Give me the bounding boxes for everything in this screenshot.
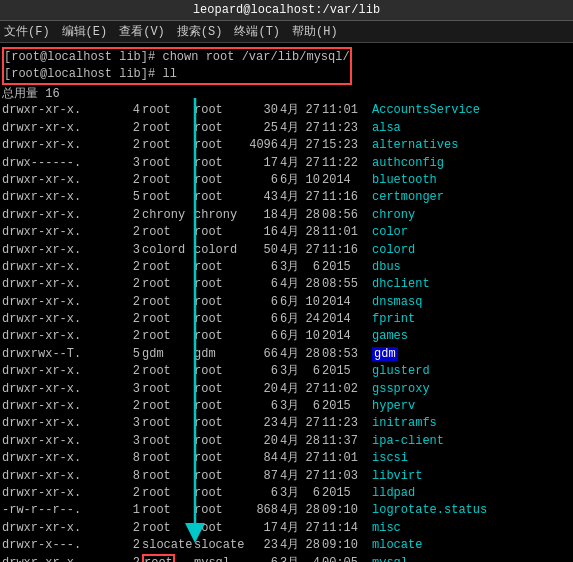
table-row: drwxr-xr-x. 2 chronychrony18 4月28 08:56 … [2,207,571,224]
col-links: 8 [120,450,140,467]
col-time: 2014 [322,311,370,328]
col-owner: root [142,155,192,172]
col-perms: drwxr-xr-x. [2,172,120,189]
col-day: 10 [302,172,320,189]
col-perms: drwxr-xr-x. [2,207,120,224]
col-perms: drwxr-xr-x. [2,259,120,276]
col-group: root [194,433,238,450]
col-size: 20 [240,433,278,450]
col-name: glusterd [372,363,430,380]
col-time: 2014 [322,294,370,311]
col-time: 11:01 [322,224,370,241]
terminal-body: [root@localhost lib]# chown root /var/li… [0,43,573,562]
col-time: 08:53 [322,346,370,363]
table-row: drwxr-xr-x. 3 rootroot23 4月27 11:23 init… [2,415,571,432]
col-perms: drwxr-xr-x. [2,137,120,154]
col-size: 6 [240,363,278,380]
col-time: 11:37 [322,433,370,450]
col-time: 09:10 [322,537,370,554]
col-links: 2 [120,485,140,502]
col-perms: drwxr-xr-x. [2,294,120,311]
col-time: 2015 [322,485,370,502]
col-perms: drwxr-xr-x. [2,555,120,562]
menu-item[interactable]: 搜索(S) [177,23,223,40]
col-perms: drwxr-xr-x. [2,102,120,119]
col-name: dhclient [372,276,430,293]
col-month: 4月 [280,433,300,450]
col-group: root [194,276,238,293]
col-month: 6月 [280,294,300,311]
table-row: drwxr-xr-x. 2 rootroot6 3月6 2015 hyperv [2,398,571,415]
col-month: 4月 [280,537,300,554]
col-time: 2014 [322,328,370,345]
col-month: 3月 [280,555,300,562]
col-day: 28 [302,502,320,519]
col-perms: drwxr-xr-x. [2,189,120,206]
col-month: 6月 [280,311,300,328]
col-size: 20 [240,381,278,398]
col-owner: root [142,120,192,137]
col-size: 23 [240,537,278,554]
col-group: root [194,189,238,206]
col-owner: slocate [142,537,192,554]
col-links: 5 [120,346,140,363]
menu-item[interactable]: 查看(V) [119,23,165,40]
menu-item[interactable]: 编辑(E) [62,23,108,40]
col-day: 27 [302,381,320,398]
col-time: 2015 [322,363,370,380]
col-month: 3月 [280,398,300,415]
col-group: chrony [194,207,238,224]
col-day: 10 [302,328,320,345]
col-time: 11:02 [322,381,370,398]
col-perms: drwxr-x---. [2,537,120,554]
col-perms: drwxr-xr-x. [2,224,120,241]
menu-item[interactable]: 帮助(H) [292,23,338,40]
col-name: colord [372,242,415,259]
col-day: 28 [302,346,320,363]
col-day: 28 [302,276,320,293]
col-day: 27 [302,120,320,137]
table-row: drwxr-xr-x. 2 rootroot16 4月28 11:01 colo… [2,224,571,241]
col-day: 27 [302,102,320,119]
col-perms: drwxrwx--T. [2,346,120,363]
col-links: 1 [120,502,140,519]
col-group: root [194,102,238,119]
col-name: alsa [372,120,401,137]
col-name: dbus [372,259,401,276]
col-day: 10 [302,294,320,311]
command-line-1: [root@localhost lib]# chown root /var/li… [4,49,350,66]
table-row: drwxr-xr-x. 8 rootroot84 4月27 11:01 iscs… [2,450,571,467]
col-size: 66 [240,346,278,363]
table-row: drwxr-xr-x. 2 rootroot6 3月6 2015 lldpad [2,485,571,502]
table-row: drwxr-xr-x. 2 rootroot6 6月24 2014 fprint [2,311,571,328]
col-name: gssproxy [372,381,430,398]
col-links: 2 [120,520,140,537]
col-links: 3 [120,381,140,398]
col-perms: drwxr-xr-x. [2,468,120,485]
col-day: 24 [302,311,320,328]
col-links: 2 [120,224,140,241]
col-month: 4月 [280,502,300,519]
col-time: 11:16 [322,242,370,259]
col-name: mysql — [372,555,422,562]
table-row: drwxr-xr-x. 3 rootroot20 4月27 11:02 gssp… [2,381,571,398]
table-row: drwxr-xr-x. 2 rootroot6 4月28 08:55 dhcli… [2,276,571,293]
col-perms: drwxr-xr-x. [2,363,120,380]
col-group: root [194,520,238,537]
col-name: initramfs [372,415,437,432]
table-row: drwxr-xr-x. 2 rootroot4096 4月27 15:23 al… [2,137,571,154]
menu-item[interactable]: 终端(T) [234,23,280,40]
col-size: 6 [240,485,278,502]
col-day: 28 [302,433,320,450]
col-links: 3 [120,415,140,432]
col-month: 6月 [280,172,300,189]
col-owner: root [142,502,192,519]
col-month: 4月 [280,520,300,537]
col-size: 17 [240,520,278,537]
col-name: certmonger [372,189,444,206]
col-owner: gdm [142,346,192,363]
table-row: -rw-r--r--. 1 rootroot868 4月28 09:10 log… [2,502,571,519]
col-perms: drwxr-xr-x. [2,398,120,415]
table-row: drwxr-xr-x. 2 rootroot6 3月6 2015 gluster… [2,363,571,380]
menu-item[interactable]: 文件(F) [4,23,50,40]
